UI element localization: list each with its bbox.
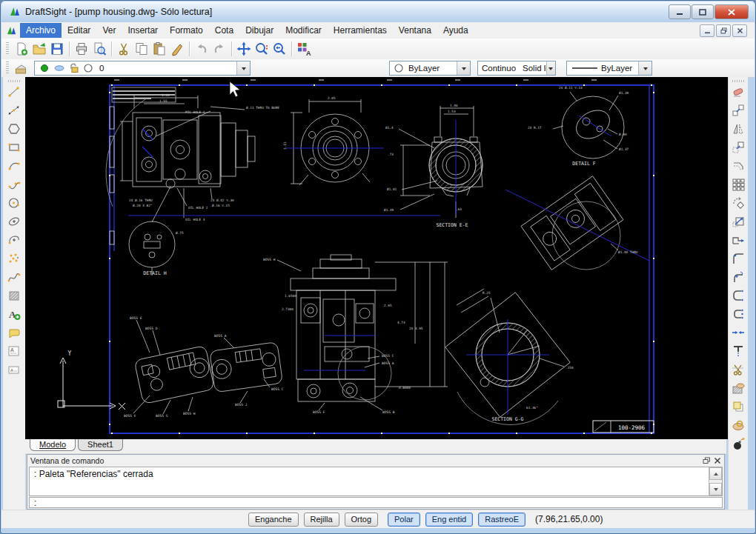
print-preview-button[interactable] [90,40,108,58]
command-window-titlebar[interactable]: Ventana de comando [27,455,724,466]
tab-modelo[interactable]: Modelo [30,439,76,451]
rectangle-tool[interactable] [6,140,22,155]
linecolor-dropdown-button[interactable] [457,61,470,75]
menu-ver[interactable]: Ver [96,23,122,38]
menu-insertar[interactable]: Insertar [122,23,164,38]
chamfer-tool[interactable] [730,288,746,303]
hatch-tool[interactable] [6,288,22,303]
linestyle-dropdown-button[interactable] [546,61,555,75]
open-button[interactable] [30,40,48,58]
edit-component-tool[interactable] [730,418,746,433]
close-panel-icon[interactable] [714,457,721,464]
layer-combobox[interactable]: 0 [34,61,251,76]
linestyle-combobox[interactable]: Continuo Solid line [477,61,556,76]
toolbar-grip[interactable] [6,42,9,56]
zoom-dynamic-button[interactable] [253,40,271,58]
offset-tool[interactable] [730,158,746,173]
lineweight-combobox[interactable]: ByLayer [566,61,652,76]
mdi-minimize-button[interactable] [700,24,714,37]
scroll-up-button[interactable] [709,467,722,480]
rotate-tool[interactable] [730,196,746,210]
spline-tool[interactable] [6,270,22,284]
paste-button[interactable] [150,40,168,58]
menu-formato[interactable]: Formato [164,23,209,38]
pan-button[interactable] [235,40,253,58]
redo-button[interactable] [210,40,228,58]
close-button[interactable] [714,4,749,19]
polygon-tool[interactable] [6,121,22,136]
delete-tool[interactable] [730,84,746,99]
status-rejilla-button[interactable]: Rejilla [304,513,339,527]
menu-editar[interactable]: Editar [62,23,96,38]
arc-3point-tool[interactable] [6,177,22,192]
status-ortog-button[interactable]: Ortog [345,513,379,527]
mdi-restore-button[interactable] [716,24,731,37]
float-window-icon[interactable] [703,457,711,464]
menu-ventana[interactable]: Ventana [393,23,437,38]
fillet-radius-tool[interactable] [730,270,746,284]
layer-dropdown-button[interactable] [236,61,250,75]
lineweight-dropdown-button[interactable] [638,61,651,75]
copy-entity-tool[interactable] [730,103,746,118]
move-tool[interactable] [730,140,746,155]
command-scrollbar[interactable] [709,467,722,495]
menu-ayuda[interactable]: Ayuda [437,23,474,38]
toolbar-grip[interactable] [8,80,20,82]
copy-duplicate-tool[interactable] [730,399,746,414]
status-enganche-button[interactable]: Enganche [248,513,299,527]
print-button[interactable] [73,40,90,58]
elliptical-arc-tool[interactable] [6,233,22,247]
pattern-tool[interactable] [730,177,746,192]
edit-hatch-tool[interactable] [730,381,746,396]
scale-tool[interactable] [730,214,746,229]
minimize-button[interactable] [669,4,691,19]
mirror-tool[interactable] [730,121,746,136]
status-polar-button[interactable]: Polar [388,513,420,527]
layers-manager-button[interactable] [13,59,30,77]
menu-dibujar[interactable]: Dibujar [239,23,279,38]
command-history[interactable]: : Paleta "Referencias" cerrada [29,467,723,496]
format-painter-button[interactable] [168,40,186,58]
tab-sheet1[interactable]: Sheet1 [78,439,123,451]
circle-tool[interactable] [6,196,22,210]
new-button[interactable] [13,40,30,58]
explode-tool[interactable] [730,436,746,451]
undo-button[interactable] [193,40,210,58]
arc-tool[interactable] [6,158,22,173]
split-tool[interactable] [730,362,746,377]
toolbar-grip[interactable] [732,80,744,82]
title-bar[interactable]: DraftSight - [pump housing.dwg- Sólo lec… [1,1,755,23]
cut-button[interactable] [115,40,133,58]
chamfer-angle-tool[interactable] [730,307,746,321]
fillet-tool[interactable] [730,251,746,266]
annotation-tool[interactable]: A [6,362,22,377]
zoom-previous-button[interactable] [271,40,288,58]
note-tool[interactable] [6,325,22,340]
linecolor-combobox[interactable]: ByLayer [389,61,471,76]
insert-text-tool[interactable]: A [6,307,22,321]
simple-note-tool[interactable]: A [6,344,22,358]
drawing-canvas[interactable]: 100-2906 SECTION E-E SECTION G-G DETAIL … [25,77,728,439]
copy-button[interactable] [133,40,150,58]
save-button[interactable] [48,40,66,58]
maximize-button[interactable] [692,4,714,19]
point-multiple-tool[interactable] [6,251,22,266]
properties-button[interactable]: A [295,40,313,58]
trim-tool[interactable] [730,325,746,340]
toolbar-grip[interactable] [6,61,9,75]
menu-cota[interactable]: Cota [209,23,239,38]
status-engentid-button[interactable]: Eng entid [425,513,473,527]
infinite-line-tool[interactable] [6,103,22,118]
extend-tool[interactable] [730,344,746,358]
ellipse-tool[interactable] [6,214,22,229]
status-rastreoe-button[interactable]: RastreoE [478,513,525,527]
command-prompt-input[interactable]: : [29,497,723,508]
menu-archivo[interactable]: Archivo [20,23,62,38]
stretch-tool[interactable] [730,233,746,247]
status-bar: Enganche Rejilla Ortog Polar Eng entid R… [1,510,755,528]
mdi-close-button[interactable] [732,24,747,37]
menu-modificar[interactable]: Modificar [279,23,328,38]
scroll-down-button[interactable] [709,483,722,495]
line-tool[interactable] [6,84,22,99]
menu-herramientas[interactable]: Herramientas [328,23,393,38]
